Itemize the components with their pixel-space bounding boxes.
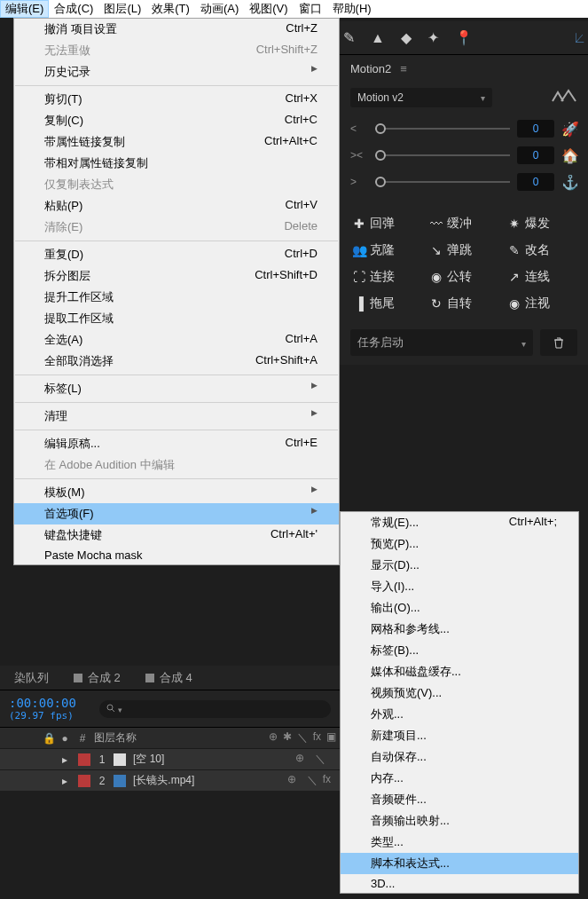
submenu-item[interactable]: 3D...	[341, 874, 578, 893]
submenu-item[interactable]: 新建项目...	[341, 725, 578, 746]
menu-item[interactable]: 编辑原稿...Ctrl+E	[14, 433, 339, 454]
trash-button[interactable]	[540, 329, 577, 356]
panel-title: Motion2	[350, 62, 391, 75]
version-select[interactable]: Motion v2	[350, 88, 492, 107]
menu-window[interactable]: 窗口	[294, 0, 327, 18]
layer-row[interactable]: ▸ 1 [空 10] ⊕ ＼	[0, 748, 340, 769]
menu-item[interactable]: 重复(D)Ctrl+D	[14, 244, 339, 265]
tab-comp-2[interactable]: 合成 2	[67, 666, 128, 690]
submenu-item[interactable]: 自动保存...	[341, 746, 578, 768]
layer-header: 🔒 ● # 图层名称 ⊕✱＼fx▣	[0, 727, 340, 748]
link-icon: ⛶	[352, 270, 366, 284]
menu-item[interactable]: 带相对属性链接复制	[14, 153, 339, 174]
submenu-item[interactable]: 外观...	[341, 704, 578, 725]
submenu-item[interactable]: 脚本和表达式...	[341, 853, 578, 874]
action-改名[interactable]: ✎改名	[506, 239, 577, 262]
action-连线[interactable]: ↗连线	[506, 265, 577, 288]
layer-name: [空 10]	[129, 752, 292, 767]
submenu-item[interactable]: 导入(I)...	[341, 576, 578, 597]
stamp-icon[interactable]: ▲	[371, 30, 385, 46]
menu-item[interactable]: 全部取消选择Ctrl+Shift+A	[14, 351, 339, 372]
menu-view[interactable]: 视图(V)	[244, 0, 293, 18]
submenu-item[interactable]: 音频硬件...	[341, 789, 578, 810]
action-弹跳[interactable]: ↘弹跳	[427, 239, 499, 262]
slider-track[interactable]	[375, 154, 510, 156]
slider-value[interactable]: 0	[517, 120, 554, 138]
search-input[interactable]: ▾	[99, 700, 331, 718]
comp-icon	[74, 674, 82, 682]
menu-help[interactable]: 帮助(H)	[327, 0, 377, 18]
submenu-item[interactable]: 预览(P)...	[341, 533, 578, 555]
roto-icon[interactable]: ✦	[427, 29, 439, 46]
timeline: 染队列 合成 2 合成 4 :00:00:00 (29.97 fps) ▾ 🔒 …	[0, 666, 340, 791]
menu-item[interactable]: 撤消 项目设置Ctrl+Z	[14, 19, 339, 40]
color-chip[interactable]	[78, 753, 90, 766]
submenu-item[interactable]: 类型...	[341, 832, 578, 853]
menu-item[interactable]: 剪切(T)Ctrl+X	[14, 89, 339, 110]
menu-item[interactable]: 键盘快捷键Ctrl+Alt+'	[14, 524, 339, 546]
menu-item[interactable]: Paste Mocha mask	[14, 546, 339, 564]
panel-menu-icon[interactable]: ≡	[400, 62, 407, 75]
menu-edit[interactable]: 编辑(E)	[0, 0, 49, 18]
menu-anim[interactable]: 动画(A)	[195, 0, 244, 18]
submenu-item[interactable]: 常规(E)...Ctrl+Alt+;	[341, 512, 578, 533]
submenu-item[interactable]: 视频预览(V)...	[341, 682, 578, 704]
layer-row[interactable]: ▸ 2 [长镜头.mp4] ⊕ ＼fx	[0, 769, 340, 791]
eraser-icon[interactable]: ◆	[401, 29, 412, 46]
action-注视[interactable]: ◉注视	[506, 292, 577, 315]
submenu-item[interactable]: 标签(B)...	[341, 640, 578, 661]
menu-item[interactable]: 标签(L)▶	[14, 378, 339, 399]
slider-knob[interactable]	[375, 150, 386, 161]
menu-item[interactable]: 模板(M)▶	[14, 482, 339, 503]
menu-item[interactable]: 清理▶	[14, 406, 339, 427]
action-缓冲[interactable]: 〰缓冲	[427, 212, 499, 235]
color-chip[interactable]	[78, 775, 90, 787]
brush-icon[interactable]: ✎	[343, 29, 355, 46]
slider-track[interactable]	[375, 181, 510, 183]
action-爆发[interactable]: ✷爆发	[506, 212, 577, 235]
edit-dropdown: 撤消 项目设置Ctrl+Z无法重做Ctrl+Shift+Z历史记录▶剪切(T)C…	[13, 18, 340, 565]
menu-item[interactable]: 首选项(F)▶	[14, 503, 339, 524]
action-回弹[interactable]: ✚回弹	[350, 212, 422, 235]
submenu-item[interactable]: 显示(D)...	[341, 555, 578, 576]
task-select[interactable]: 任务启动	[350, 329, 533, 356]
menu-comp[interactable]: 合成(C)	[49, 0, 98, 18]
menu-item[interactable]: 粘贴(P)Ctrl+V	[14, 195, 339, 217]
tab-comp-4[interactable]: 合成 4	[138, 666, 200, 690]
slider-knob[interactable]	[375, 123, 386, 134]
action-公转[interactable]: ◉公转	[427, 265, 499, 288]
submenu-item[interactable]: 输出(O)...	[341, 597, 578, 619]
mountain-icon[interactable]	[551, 89, 577, 106]
fps-label: (29.97 fps)	[9, 710, 76, 722]
axis-icon[interactable]: ⟀	[576, 30, 584, 46]
slider-knob[interactable]	[375, 177, 386, 187]
comp-icon	[145, 674, 154, 682]
menu-item[interactable]: 全选(A)Ctrl+A	[14, 329, 339, 351]
submenu-item[interactable]: 网格和参考线...	[341, 619, 578, 640]
submenu-item[interactable]: 媒体和磁盘缓存...	[341, 661, 578, 682]
slider-value[interactable]: 0	[517, 146, 554, 164]
menu-item[interactable]: 拆分图层Ctrl+Shift+D	[14, 265, 339, 287]
menu-layer[interactable]: 图层(L)	[98, 0, 146, 18]
tab-render-queue[interactable]: 染队列	[7, 666, 56, 690]
action-自转[interactable]: ↻自转	[427, 292, 499, 315]
menu-item[interactable]: 带属性链接复制Ctrl+Alt+C	[14, 131, 339, 153]
menu-item[interactable]: 提升工作区域	[14, 287, 339, 308]
pin-icon[interactable]: 📍	[455, 29, 473, 46]
slider-value[interactable]: 0	[517, 173, 554, 191]
house-icon[interactable]: 🏠	[561, 147, 577, 164]
action-拖尾[interactable]: ▐拖尾	[350, 292, 422, 315]
submenu-item[interactable]: 音频输出映射...	[341, 810, 578, 832]
slider-track[interactable]	[375, 128, 510, 130]
submenu-item[interactable]: 内存...	[341, 768, 578, 789]
pencil-icon: ✎	[507, 243, 521, 257]
rocket-icon[interactable]: 🚀	[561, 121, 577, 138]
action-克隆[interactable]: 👥克隆	[350, 239, 422, 262]
menu-item[interactable]: 历史记录▶	[14, 61, 339, 83]
menu-effect[interactable]: 效果(T)	[146, 0, 195, 18]
menu-item[interactable]: 复制(C)Ctrl+C	[14, 110, 339, 131]
timecode[interactable]: :00:00:00	[9, 696, 76, 710]
menu-item[interactable]: 提取工作区域	[14, 308, 339, 329]
anchor-icon[interactable]: ⚓	[561, 174, 577, 191]
action-连接[interactable]: ⛶连接	[350, 265, 422, 288]
